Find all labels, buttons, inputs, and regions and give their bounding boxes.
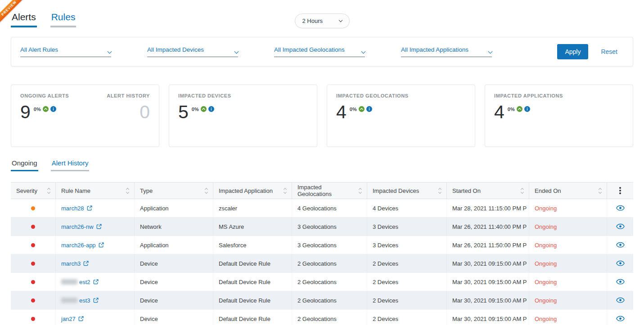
tab-rules[interactable]: Rules — [50, 12, 77, 27]
chevron-down-icon — [361, 49, 366, 54]
rule-name-link[interactable]: jan27 — [61, 316, 84, 322]
table-body: march28 Application zscaler 4 Geolocatio… — [11, 199, 633, 325]
cell-actions — [607, 273, 633, 291]
cell-started-on: Mar 26, 2021 11:50:00 PM P — [447, 236, 529, 254]
kebab-icon — [619, 187, 621, 194]
rule-name-link[interactable]: march28 — [61, 205, 92, 212]
cell-impacted-devices: 2 Devices — [367, 310, 447, 325]
rule-name-link[interactable]: march26-nw — [61, 223, 102, 230]
metric-label: IMPACTED APPLICATIONS — [494, 93, 563, 98]
sort-icon[interactable] — [48, 188, 50, 193]
severity-dot — [31, 298, 35, 303]
stats-row: ONGOING ALERTS 90%ALERT HISTORY 0IMPACTE… — [11, 85, 633, 147]
column-header-impacted-geolocations[interactable]: Impacted Geolocations — [292, 183, 367, 199]
filter-select-value: All Impacted Applications — [401, 46, 468, 53]
rule-name-label: march3 — [61, 260, 81, 267]
metric-impacted-applications: IMPACTED APPLICATIONS 40% — [494, 93, 563, 138]
table-row: march3 Device Default Device Rule 2 Geol… — [11, 254, 633, 273]
filter-select-all-impacted-applications[interactable]: All Impacted Applications — [401, 46, 492, 57]
cell-started-on: Mar 28, 2021 11:15:00 PM P — [447, 199, 529, 217]
redacted-text — [61, 298, 77, 303]
info-icon[interactable] — [366, 106, 372, 112]
sort-icon[interactable] — [284, 188, 286, 193]
table-row: est3 Device Default Device Rule 2 Geoloc… — [11, 291, 633, 310]
sort-icon[interactable] — [439, 188, 441, 193]
external-link-icon — [78, 316, 84, 321]
chevron-down-icon — [488, 49, 493, 54]
stat-card: IMPACTED APPLICATIONS 40% — [485, 85, 633, 147]
info-icon[interactable] — [524, 106, 530, 112]
cell-ended-on: Ongoing — [529, 273, 607, 291]
view-details-eye-icon[interactable] — [616, 242, 625, 249]
rule-name-label: march28 — [61, 205, 84, 212]
column-header-type[interactable]: Type — [135, 183, 213, 199]
delta-percent: 0% — [192, 107, 199, 112]
chevron-down-icon — [338, 18, 342, 22]
column-header-started-on[interactable]: Started On — [447, 183, 529, 199]
cell-type: Device — [135, 273, 213, 291]
delta-percent: 0% — [508, 107, 515, 112]
filter-select-all-impacted-geolocations[interactable]: All Impacted Geolocations — [274, 46, 365, 57]
rule-name-link[interactable]: march3 — [61, 260, 89, 267]
view-details-eye-icon[interactable] — [616, 205, 625, 212]
column-header-severity[interactable]: Severity — [11, 183, 56, 199]
trend-up-icon — [201, 106, 207, 112]
severity-dot — [31, 206, 35, 210]
subtab-ongoing[interactable]: Ongoing — [11, 159, 38, 171]
rule-name-link[interactable]: est3 — [61, 297, 99, 304]
table-menu-button[interactable] — [607, 183, 633, 199]
cell-actions — [607, 254, 633, 272]
cell-started-on: Mar 30, 2021 09:15:00 AM P — [447, 273, 529, 291]
cell-severity — [11, 218, 56, 236]
cell-impacted-geolocations: 2 Geolocations — [292, 291, 367, 309]
column-header-rule-name[interactable]: Rule Name — [56, 183, 135, 199]
filter-select-value: All Impacted Geolocations — [274, 46, 345, 53]
time-range-select[interactable]: 2 Hours — [295, 13, 350, 28]
filter-dropdowns: All Alert RulesAll Impacted DevicesAll I… — [20, 46, 492, 57]
cell-impacted-devices: 2 Devices — [367, 254, 447, 272]
cell-impacted-geolocations: 2 Geolocations — [292, 310, 367, 325]
column-header-ended-on[interactable]: Ended On — [529, 183, 607, 199]
apply-button[interactable]: Apply — [557, 44, 588, 59]
rule-name-link[interactable]: march26-app — [61, 242, 104, 249]
severity-dot — [31, 262, 35, 266]
sub-tabs: OngoingAlert History — [11, 159, 633, 171]
cell-impacted-geolocations: 3 Geolocations — [292, 236, 367, 254]
cell-started-on: Mar 30, 2021 09:15:00 AM P — [447, 310, 529, 325]
view-details-eye-icon[interactable] — [616, 279, 625, 285]
cell-impacted-devices: 3 Devices — [367, 218, 447, 236]
sort-icon[interactable] — [205, 188, 207, 193]
metric-alert-history: ALERT HISTORY 0 — [107, 93, 150, 138]
reset-button[interactable]: Reset — [594, 44, 624, 59]
view-details-eye-icon[interactable] — [616, 297, 625, 304]
filter-select-all-impacted-devices[interactable]: All Impacted Devices — [147, 46, 238, 57]
rule-name-link[interactable]: est2 — [61, 279, 99, 285]
view-details-eye-icon[interactable] — [616, 316, 625, 322]
column-header-impacted-devices[interactable]: Impacted Devices — [367, 183, 447, 199]
column-header-label: Impacted Devices — [373, 187, 419, 194]
metric-value: 4 — [336, 103, 347, 121]
cell-actions — [607, 310, 633, 325]
sort-icon[interactable] — [126, 188, 129, 193]
external-link-icon — [83, 261, 89, 266]
cell-impacted-application: Default Device Rule — [213, 310, 292, 325]
sort-icon[interactable] — [599, 188, 601, 193]
cell-impacted-devices: 3 Devices — [367, 236, 447, 254]
info-icon[interactable] — [208, 106, 214, 112]
metric-label: ONGOING ALERTS — [20, 93, 69, 98]
trend-up-icon — [359, 106, 365, 112]
preview-ribbon: PREVIEW — [0, 0, 28, 28]
cell-type: Device — [135, 254, 213, 272]
subtab-alert-history[interactable]: Alert History — [51, 159, 90, 171]
cell-ended-on: Ongoing — [529, 199, 607, 217]
stat-card: IMPACTED DEVICES 50% — [169, 85, 317, 147]
view-details-eye-icon[interactable] — [616, 223, 625, 230]
column-header-impacted-application[interactable]: Impacted Application — [213, 183, 292, 199]
info-icon[interactable] — [50, 106, 56, 112]
sort-icon[interactable] — [359, 188, 361, 193]
view-details-eye-icon[interactable] — [616, 260, 625, 267]
cell-impacted-application: Default Device Rule — [213, 291, 292, 309]
filter-select-all-alert-rules[interactable]: All Alert Rules — [20, 46, 111, 57]
severity-dot — [31, 225, 35, 229]
sort-icon[interactable] — [521, 188, 523, 193]
